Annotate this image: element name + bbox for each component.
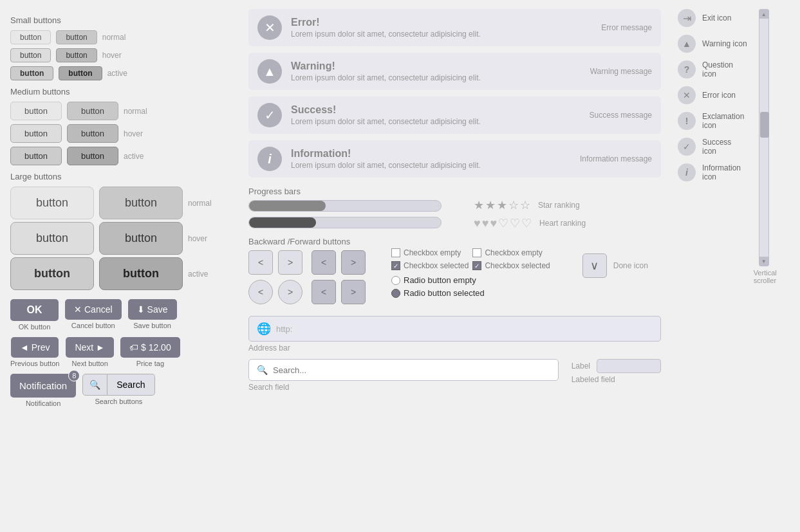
warning-icon-item: ▲ Warning icon bbox=[678, 35, 747, 53]
medium-btn-normal-light[interactable]: button bbox=[10, 102, 62, 120]
information-message-content: Information! Lorem ipsum dolor sit amet,… bbox=[291, 148, 566, 170]
large-btn-active-light[interactable]: button bbox=[10, 257, 94, 290]
error-icon: ✕ bbox=[678, 86, 696, 104]
fwd-btn-1[interactable]: > bbox=[278, 250, 302, 275]
information-icon: i bbox=[678, 163, 696, 181]
left-panel: Small buttons button button normal butto… bbox=[0, 0, 238, 532]
notification-group: Notification 8 Notification bbox=[10, 374, 76, 407]
large-active-label: active bbox=[188, 270, 228, 279]
warning-message-icon: ▲ bbox=[257, 59, 282, 84]
ok-group: OK OK button bbox=[10, 299, 59, 331]
checkbox-selected-label-2: Checkbox selected bbox=[485, 261, 550, 270]
medium-btn-hover-light[interactable]: button bbox=[10, 124, 62, 143]
back-btn-1[interactable]: < bbox=[248, 250, 273, 275]
search-text-button[interactable]: Search bbox=[107, 374, 154, 396]
checkbox-checked-box-2[interactable]: ✓ bbox=[472, 261, 481, 270]
cancel-button-label: Cancel button bbox=[71, 322, 115, 329]
medium-btn-hover-dark[interactable]: button bbox=[67, 124, 118, 143]
search-buttons-label: Search buttons bbox=[95, 398, 142, 405]
small-btn-hover-dark[interactable]: button bbox=[56, 48, 97, 62]
medium-active-label: active bbox=[124, 152, 144, 161]
information-message-text: Lorem ipsum dolor sit amet, consectetur … bbox=[291, 161, 566, 170]
notification-button[interactable]: Notification 8 bbox=[10, 374, 76, 398]
radio-section: Radio button empty Radio button selected bbox=[391, 275, 550, 298]
nav-buttons-row: ◄ Prev Previous button Next ► Next butto… bbox=[10, 337, 228, 367]
labeled-field-bottom-label: Labeled field bbox=[572, 375, 661, 384]
ok-button[interactable]: OK bbox=[10, 299, 59, 321]
checkbox-empty-box-2[interactable] bbox=[472, 248, 481, 257]
right-top: ⇥ Exit icon ▲ Warning icon ? Question ic… bbox=[678, 9, 794, 284]
labeled-field-input[interactable] bbox=[597, 359, 661, 373]
medium-btn-active-light[interactable]: button bbox=[10, 147, 62, 165]
medium-btn-active-dark[interactable]: button bbox=[67, 147, 118, 165]
small-btn-normal-dark[interactable]: button bbox=[56, 30, 97, 44]
large-btn-hover-light[interactable]: button bbox=[10, 222, 94, 255]
scroller-top-arrow[interactable]: ▲ bbox=[759, 10, 768, 19]
back-btn-2[interactable]: < bbox=[248, 280, 273, 304]
error-icon-label: Error icon bbox=[702, 91, 736, 100]
search-input[interactable] bbox=[273, 365, 550, 375]
prev-group: ◄ Prev Previous button bbox=[10, 337, 59, 367]
done-icon-button[interactable]: ∨ bbox=[582, 253, 607, 278]
medium-buttons-normal-row: button button normal bbox=[10, 102, 228, 120]
search-icon-button[interactable]: 🔍 bbox=[82, 374, 107, 396]
success-message-content: Success! Lorem ipsum dolor sit amet, con… bbox=[291, 104, 566, 126]
heart-ranking-hearts: ♥♥♥♡♡♡ bbox=[474, 216, 533, 230]
radio-empty-btn[interactable] bbox=[391, 276, 400, 285]
next-group: Next ► Next button bbox=[66, 337, 114, 367]
small-btn-normal-light[interactable]: button bbox=[10, 30, 51, 44]
vertical-scroller[interactable]: ▲ ▼ bbox=[759, 9, 769, 266]
address-bar[interactable]: 🌐 http: bbox=[248, 316, 661, 342]
back-btn-dark-1[interactable]: < bbox=[312, 250, 336, 275]
progress-bar-1 bbox=[248, 200, 442, 212]
checkbox-empty-1: Checkbox empty bbox=[391, 248, 469, 257]
scroller-thumb[interactable] bbox=[760, 112, 769, 138]
large-normal-label: normal bbox=[188, 199, 228, 208]
small-hover-label: hover bbox=[102, 51, 122, 60]
fwd-btn-dark-1[interactable]: > bbox=[341, 250, 366, 275]
small-btn-active-dark[interactable]: button bbox=[59, 66, 102, 80]
large-btn-normal-dark[interactable]: button bbox=[99, 187, 183, 219]
radio-empty-row: Radio button empty bbox=[391, 275, 550, 285]
next-button[interactable]: Next ► bbox=[66, 337, 114, 358]
checkbox-empty-box-1[interactable] bbox=[391, 248, 400, 257]
medium-btn-normal-dark[interactable]: button bbox=[67, 102, 118, 120]
checkbox-checked-box-1[interactable]: ✓ bbox=[391, 261, 400, 270]
fwd-btn-dark-2[interactable]: > bbox=[341, 280, 366, 304]
warning-message-text: Lorem ipsum dolor sit amet, consectetur … bbox=[291, 73, 566, 82]
small-btn-active-light[interactable]: button bbox=[10, 66, 53, 80]
action-buttons-row: OK OK button ✕ Cancel Cancel button ⬇ Sa… bbox=[10, 299, 228, 331]
fwd-btn-2[interactable]: > bbox=[278, 280, 302, 304]
progress-bars-title: Progress bars bbox=[248, 187, 442, 196]
search-field[interactable]: 🔍 bbox=[248, 359, 559, 381]
vertical-scroller-label: Vertical scroller bbox=[754, 269, 794, 284]
price-tag-button[interactable]: 🏷 $ 12.00 bbox=[120, 337, 180, 358]
large-btn-hover-dark[interactable]: button bbox=[99, 222, 183, 255]
information-message-label: Information message bbox=[575, 154, 652, 163]
bf-row-1: < > < > bbox=[248, 250, 366, 275]
large-buttons-hover-row: button button hover bbox=[10, 222, 228, 255]
radio-empty-label: Radio button empty bbox=[404, 275, 476, 285]
save-button[interactable]: ⬇ Save bbox=[128, 299, 177, 320]
radio-selected-btn[interactable] bbox=[391, 289, 400, 298]
cancel-button[interactable]: ✕ Cancel bbox=[65, 299, 122, 320]
checkboxes-col: Checkbox empty Checkbox empty ✓ Checkbox… bbox=[391, 234, 550, 298]
exit-icon-item: ⇥ Exit icon bbox=[678, 9, 747, 27]
bf-row-2: < > < > bbox=[248, 280, 366, 304]
checkbox-empty-label-2: Checkbox empty bbox=[485, 248, 542, 257]
success-icon-item: ✓ Success icon bbox=[678, 138, 747, 156]
scroller-bottom-arrow[interactable]: ▼ bbox=[759, 257, 768, 266]
medium-hover-label: hover bbox=[124, 129, 143, 138]
large-btn-active-dark[interactable]: button bbox=[99, 257, 183, 290]
small-normal-label: normal bbox=[102, 33, 126, 42]
medium-buttons-title: Medium buttons bbox=[10, 87, 228, 96]
large-hover-label: hover bbox=[188, 234, 228, 243]
small-btn-hover-light[interactable]: button bbox=[10, 48, 51, 62]
done-icon-label: Done icon bbox=[613, 261, 648, 270]
prev-button[interactable]: ◄ Prev bbox=[11, 337, 59, 358]
exclamation-icon: ! bbox=[678, 112, 696, 130]
back-btn-dark-2[interactable]: < bbox=[312, 280, 336, 304]
large-btn-normal-light[interactable]: button bbox=[10, 187, 94, 219]
success-icon-label: Success icon bbox=[702, 138, 747, 156]
backward-forward-col: Backward /Forward buttons < > < > < > < … bbox=[248, 234, 366, 309]
